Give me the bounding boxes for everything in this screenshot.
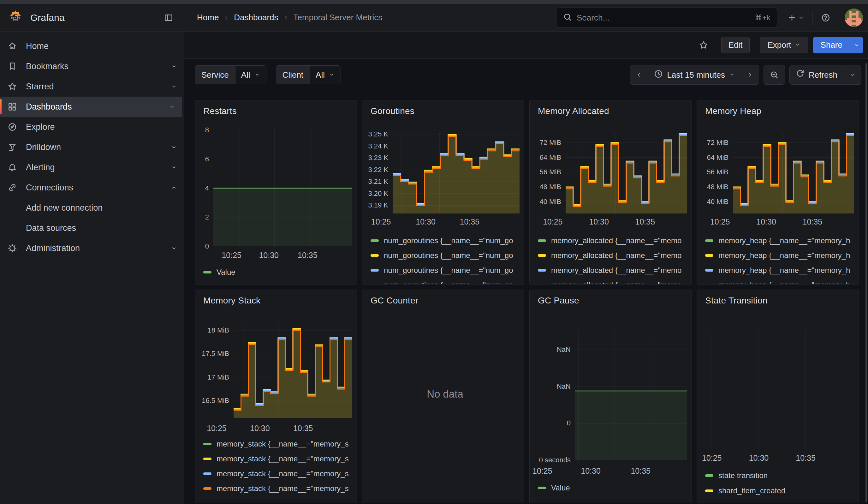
panel-title[interactable]: GC Pause xyxy=(538,296,687,306)
export-button[interactable]: Export xyxy=(760,37,808,53)
y-tick-label: 2 xyxy=(205,213,209,222)
panel-title[interactable]: GC Counter xyxy=(371,296,519,306)
search-input[interactable] xyxy=(577,13,750,23)
legend-swatch xyxy=(371,284,379,285)
panel-title[interactable]: Memory Allocated xyxy=(538,106,687,116)
panel-restarts: Restarts 8642010:2510:3010:35Value xyxy=(195,100,357,285)
sidebar-item-drilldown[interactable]: Drilldown xyxy=(0,137,184,157)
time-range-button[interactable]: Last 15 minutes xyxy=(648,65,741,84)
y-tick-label: 48 MiB xyxy=(707,183,728,191)
sidebar-item-data-sources[interactable]: Data sources xyxy=(0,218,184,238)
scrollbar[interactable] xyxy=(866,63,867,502)
legend-item[interactable]: memory_heap {__name__="memory_h xyxy=(705,263,854,278)
legend-item[interactable]: memory_stack {__name__="memory_s xyxy=(203,481,352,496)
legend-item[interactable]: shard_item_created xyxy=(705,483,854,498)
legend-label: memory_heap {__name__="memory_h xyxy=(719,266,850,275)
panel-title[interactable]: Memory Stack xyxy=(203,296,352,306)
client-filter-value[interactable]: All xyxy=(310,66,341,84)
panel-title[interactable]: Goroutines xyxy=(371,106,519,116)
panel-title[interactable]: State Transition xyxy=(705,296,854,306)
legend-item[interactable]: memory_allocated {__name__="memo xyxy=(538,233,687,248)
chart-plot-area[interactable]: NaNNaN00 seconds xyxy=(538,331,687,460)
refresh-interval-chevron[interactable] xyxy=(843,65,861,84)
help-icon[interactable] xyxy=(818,10,833,25)
star-dashboard-button[interactable] xyxy=(696,38,711,52)
breadcrumb-home[interactable]: Home xyxy=(197,13,219,22)
legend-label: memory_allocated {__name__="memo xyxy=(551,236,681,245)
sidebar-header: Grafana xyxy=(0,4,184,32)
sidebar-item-home[interactable]: Home xyxy=(0,36,184,56)
edit-button[interactable]: Edit xyxy=(721,37,750,53)
legend-item[interactable]: memory_allocated {__name__="memo xyxy=(538,263,687,278)
sidebar-item-administration[interactable]: Administration xyxy=(0,238,184,258)
search-icon xyxy=(563,12,572,23)
legend-item[interactable]: memory_allocated {__name__="memo xyxy=(538,248,687,263)
chevron-down-icon xyxy=(171,144,177,150)
panel-title[interactable]: Restarts xyxy=(203,106,352,116)
legend-item[interactable]: num_goroutines {__name__="num_go xyxy=(371,233,519,248)
sidebar-item-alerting[interactable]: Alerting xyxy=(0,157,184,177)
legend-item[interactable]: num_goroutines {__name__="num_go xyxy=(371,248,519,263)
refresh-button[interactable]: Refresh xyxy=(790,65,843,84)
legend-item[interactable]: state transition xyxy=(705,468,854,483)
legend-item[interactable]: memory_stack {__name__="memory_s xyxy=(203,451,352,466)
sidebar-item-dashboards[interactable]: Dashboards xyxy=(0,96,182,117)
legend-swatch xyxy=(203,487,211,490)
legend-label: Value xyxy=(551,483,570,492)
time-forward-button[interactable] xyxy=(741,65,759,84)
x-tick-label: 10:25 xyxy=(221,251,241,260)
legend-swatch xyxy=(371,254,379,257)
legend-item[interactable]: num_goroutines {__name__="num_go xyxy=(371,263,519,278)
x-tick-label: 10:35 xyxy=(631,466,651,475)
breadcrumb: Home Dashboards Temporal Server Metrics xyxy=(197,13,382,22)
share-button[interactable]: Share xyxy=(813,37,850,53)
chart-plot-area[interactable]: 3.25 K3.24 K3.23 K3.22 K3.21 K3.20 K3.19… xyxy=(371,133,519,214)
legend-item[interactable]: memory_heap {__name__="memory_h xyxy=(705,233,854,248)
share-split-button[interactable]: Share xyxy=(813,37,863,53)
legend-item[interactable]: num_goroutines {__name__="num_go xyxy=(371,278,519,285)
legend-item[interactable]: memory_stack {__name__="memory_s xyxy=(203,466,352,481)
search-box[interactable]: ⌘+k xyxy=(556,8,777,28)
client-filter: Client All xyxy=(276,65,341,84)
y-tick-label: 3.21 K xyxy=(368,177,388,186)
sidebar-item-connections[interactable]: Connections xyxy=(0,177,184,198)
x-tick-label: 10:25 xyxy=(543,217,563,226)
chart-plot-area[interactable]: 18 MiB17.5 MiB17 MiB16.5 MiB xyxy=(203,323,352,418)
x-tick-label: 10:25 xyxy=(702,453,722,463)
legend-item[interactable]: memory_allocated {__name__="memo xyxy=(538,278,687,285)
chart-plot-area[interactable]: 72 MiB64 MiB56 MiB48 MiB40 MiB xyxy=(538,133,687,214)
legend-swatch xyxy=(203,457,211,460)
panel-title[interactable]: Memory Heap xyxy=(705,106,854,116)
legend-item[interactable]: memory_heap {__name__="memory_h xyxy=(705,248,854,263)
zoom-out-button[interactable] xyxy=(764,65,785,84)
user-avatar[interactable] xyxy=(845,9,863,27)
service-filter-value[interactable]: All xyxy=(235,66,266,84)
legend-item[interactable]: memory_heap {__name__="memory_h xyxy=(705,278,854,285)
legend-swatch xyxy=(705,284,713,285)
add-button[interactable] xyxy=(785,10,807,25)
collapse-sidebar-icon[interactable] xyxy=(161,10,176,25)
chart-plot-area[interactable]: 86420 xyxy=(203,127,352,246)
time-back-button[interactable] xyxy=(630,65,648,84)
chart-plot-area[interactable] xyxy=(705,331,854,449)
legend-item[interactable]: Value xyxy=(203,266,352,278)
gc-pause-chart: NaNNaN00 seconds10:2510:3010:35Value xyxy=(538,331,687,495)
legend-item[interactable]: Value xyxy=(538,480,687,495)
legend-swatch xyxy=(705,474,713,477)
grafana-logo-icon[interactable] xyxy=(8,10,23,25)
chevron-down-icon xyxy=(329,70,335,80)
sidebar-item-label: Home xyxy=(26,41,177,51)
sidebar-item-explore[interactable]: Explore xyxy=(0,117,184,137)
breadcrumb-current: Temporal Server Metrics xyxy=(293,13,383,22)
sidebar-item-bookmarks[interactable]: Bookmarks xyxy=(0,56,184,76)
legend-item[interactable]: memory_stack {__name__="memory_s xyxy=(203,436,352,451)
memory-heap-chart: 72 MiB64 MiB56 MiB48 MiB40 MiB10:2510:30… xyxy=(705,133,854,285)
chart-plot-area[interactable]: 72 MiB64 MiB56 MiB48 MiB40 MiB xyxy=(705,133,854,214)
sidebar-item-add-new-connection[interactable]: Add new connection xyxy=(0,198,184,218)
edit-button-label: Edit xyxy=(728,40,743,50)
panel-memory-heap: Memory Heap 72 MiB64 MiB56 MiB48 MiB40 M… xyxy=(696,100,859,285)
x-tick-label: 10:30 xyxy=(756,217,776,226)
breadcrumb-dashboards[interactable]: Dashboards xyxy=(234,13,278,22)
share-options-chevron[interactable] xyxy=(850,37,863,53)
sidebar-item-starred[interactable]: Starred xyxy=(0,76,184,96)
